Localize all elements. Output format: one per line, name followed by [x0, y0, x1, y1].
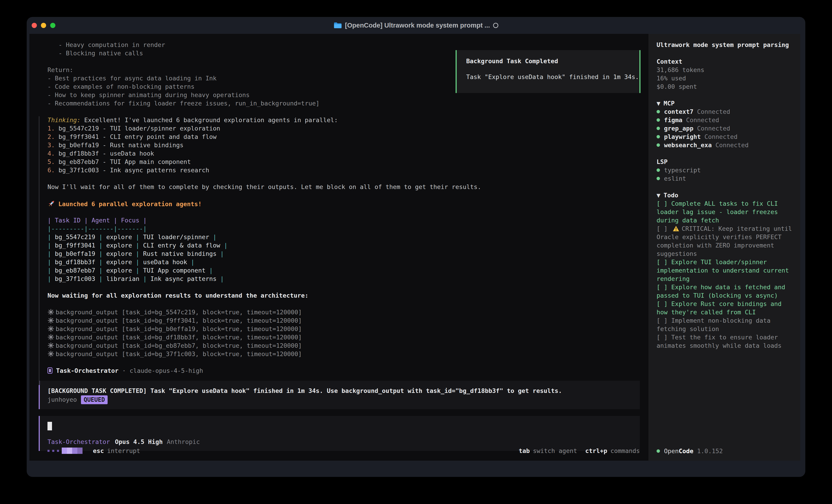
interrupt-label: interrupt	[107, 447, 140, 454]
table-cell: CLI entry & data flow	[143, 242, 224, 249]
table-cell: bg_eb87ebb7	[55, 267, 99, 274]
input-agent-name[interactable]: Task-Orchestrator	[48, 438, 110, 445]
spinner-dot	[57, 450, 59, 452]
connected-dot-icon	[656, 135, 660, 138]
mcp-list: context7 Connectedfigma Connectedgrep_ap…	[656, 108, 794, 149]
window-title-group: [OpenCode] Ultrawork mode system prompt …	[334, 22, 498, 29]
close-button[interactable]	[32, 23, 37, 28]
todo-item: [ ] Explore Rust core bindings and how t…	[656, 300, 794, 316]
screen: [OpenCode] Ultrawork mode system prompt …	[0, 0, 832, 504]
lsp-name: typescript	[664, 167, 701, 174]
tool-call-text: background_output [task_id=bg_eb87ebb7, …	[56, 342, 302, 349]
table-pipe: |	[99, 250, 106, 257]
context-heading: Context	[656, 57, 794, 66]
table-pipe: |	[99, 258, 106, 265]
todo-item: [ ] Explore how data is fetched and pass…	[656, 283, 794, 300]
commands-label: commands	[610, 447, 640, 454]
background-task-notification[interactable]: Background Task Completed Task "Explore …	[456, 50, 641, 93]
progress-spinner	[48, 448, 82, 454]
zoom-button[interactable]	[50, 23, 55, 28]
brand-code: Code	[679, 448, 694, 454]
table-pipe: |	[48, 242, 55, 249]
mcp-item: websearch_exa Connected	[656, 141, 794, 149]
status-left: esc interrupt	[48, 447, 140, 454]
agent-text: bg_5547c219 - TUI loader/spinner explora…	[58, 125, 220, 132]
table-cell: bg_b0effa19	[55, 250, 99, 257]
minimize-button[interactable]	[41, 23, 46, 28]
table-cell: bg_f9ff3041	[55, 242, 99, 249]
table-cell: bg_5547c219	[55, 233, 99, 241]
switch-agent-label: switch agent	[533, 447, 577, 454]
input-model-name[interactable]: Opus 4.5 High	[115, 438, 162, 445]
waiting-text: Now waiting for all exploration results …	[48, 291, 640, 300]
agent-list-item: 3. bg_b0effa19 - Rust native bindings	[48, 141, 640, 149]
terminal-pane: - Heavy computation in render - Blocking…	[29, 34, 648, 460]
app-version: 1.0.152	[694, 448, 723, 454]
prompt-input[interactable]: Task-OrchestratorOpus 4.5 HighAnthropic	[38, 416, 640, 451]
gear-icon	[48, 351, 54, 357]
todo-checkbox: [ ]	[656, 225, 671, 232]
launch-banner: Launched 6 parallel exploration agents!	[48, 199, 640, 208]
mcp-name: playwright	[664, 133, 701, 140]
sidebar: Ultrawork mode system prompt parsing Con…	[648, 34, 800, 460]
mcp-status: Connected	[712, 142, 749, 148]
warning-icon	[673, 226, 679, 232]
sidebar-content: Ultrawork mode system prompt parsing Con…	[648, 34, 800, 350]
connected-dot-icon	[656, 110, 660, 113]
table-cell: librarian	[106, 275, 143, 282]
thinking-label: Thinking:	[48, 116, 80, 123]
mcp-item: grep_app Connected	[656, 124, 794, 133]
mcp-status: Connected	[701, 133, 738, 140]
spinner-block	[77, 448, 82, 454]
agent-number: 2.	[48, 133, 58, 140]
table-cell: explore	[106, 233, 136, 241]
mcp-name: context7	[664, 108, 694, 115]
connected-dot-icon	[656, 127, 660, 130]
terminal-line: - Heavy computation in render	[48, 40, 640, 49]
mcp-item: figma Connected	[656, 116, 794, 124]
mcp-section-header[interactable]: ▼MCP	[656, 99, 794, 108]
agent-number: 3.	[48, 142, 58, 148]
esc-key-hint: esc	[93, 447, 104, 454]
table-cell: useData hook	[143, 258, 191, 265]
agent-number: 6.	[48, 167, 58, 174]
orchestrator-name: Task-Orchestrator	[56, 367, 119, 374]
tool-call-text: background_output [task_id=bg_b0effa19, …	[56, 326, 302, 332]
table-pipe: |	[48, 258, 55, 265]
thinking-line: Thinking: Excellent! I've launched 6 bac…	[48, 116, 640, 124]
table-pipe: |	[220, 250, 224, 257]
table-pipe: |	[209, 267, 213, 274]
todo-item: [ ] Test the fix to ensure loader animat…	[656, 333, 794, 350]
user-message-text: [BACKGROUND TASK COMPLETED] Task "Explor…	[48, 387, 633, 395]
input-provider-name: Anthropic	[167, 438, 200, 445]
launch-banner-text: Launched 6 parallel exploration agents!	[58, 200, 202, 207]
activity-ring-icon	[493, 23, 498, 28]
gear-icon	[48, 342, 54, 349]
table-cell: explore	[106, 267, 136, 274]
connected-dot-icon	[656, 118, 660, 122]
mcp-status: Connected	[694, 108, 730, 115]
agent-text: bg_f9ff3041 - CLI entry point and data f…	[58, 133, 216, 140]
spinner-dot	[48, 450, 50, 452]
tool-call-text: background_output [task_id=bg_5547c219, …	[56, 309, 302, 316]
table-header-row: | Task ID | Agent | Focus |	[48, 216, 640, 224]
tool-call-text: background_output [task_id=bg_f9ff3041, …	[56, 317, 302, 324]
lsp-name: eslint	[664, 175, 686, 182]
agent-list-item: 2. bg_f9ff3041 - CLI entry point and dat…	[48, 133, 640, 141]
tool-call-line: background_output [task_id=bg_37f1c003, …	[48, 350, 640, 358]
input-agent-row: Task-OrchestratorOpus 4.5 HighAnthropic	[48, 438, 633, 446]
todo-item: [ ] CRITICAL: Keep iterating until Oracl…	[656, 224, 794, 258]
content-area: - Heavy computation in render - Blocking…	[29, 34, 800, 460]
brand-open: Open	[664, 448, 679, 454]
table-cell: bg_37f1c003	[55, 275, 99, 282]
tool-call-text: background_output [task_id=bg_37f1c003, …	[56, 351, 302, 358]
table-separator-row: |---------|-------|-------|	[48, 224, 640, 233]
mcp-name: websearch_exa	[664, 142, 712, 148]
agent-number: 1.	[48, 125, 58, 132]
connected-dot-icon	[656, 143, 660, 147]
todo-section-header[interactable]: ▼Todo	[656, 191, 794, 199]
tool-call-line: background_output [task_id=bg_df18bb3f, …	[48, 333, 640, 341]
tool-call-line: background_output [task_id=bg_b0effa19, …	[48, 325, 640, 333]
agent-text: bg_eb87ebb7 - TUI App main component	[58, 158, 191, 165]
session-title: Ultrawork mode system prompt parsing	[656, 40, 794, 49]
